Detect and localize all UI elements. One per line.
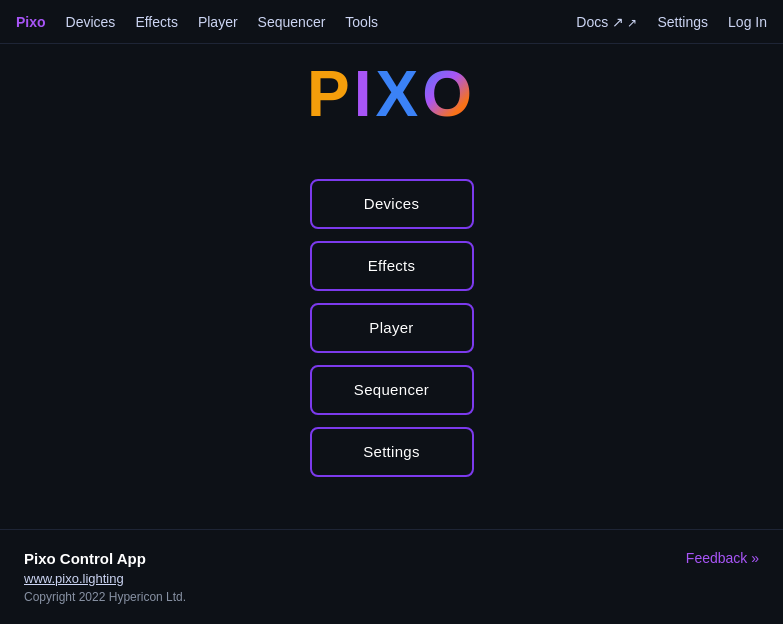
nav-item-player[interactable]: Player — [198, 14, 238, 30]
player-button[interactable]: Player — [310, 303, 474, 353]
main-buttons-container: Devices Effects Player Sequencer Setting… — [310, 179, 474, 477]
main-nav: Pixo Devices Effects Player Sequencer To… — [0, 0, 783, 44]
footer-url-link[interactable]: www.pixo.lighting — [24, 571, 186, 586]
nav-settings-link[interactable]: Settings — [657, 14, 708, 30]
footer-left: Pixo Control App www.pixo.lighting Copyr… — [24, 550, 186, 604]
nav-item-tools[interactable]: Tools — [345, 14, 378, 30]
effects-button[interactable]: Effects — [310, 241, 474, 291]
footer: Pixo Control App www.pixo.lighting Copyr… — [0, 529, 783, 624]
footer-app-name: Pixo Control App — [24, 550, 186, 567]
nav-item-effects[interactable]: Effects — [135, 14, 178, 30]
logo: PIXO — [307, 57, 476, 131]
nav-brand[interactable]: Pixo — [16, 14, 46, 30]
devices-button[interactable]: Devices — [310, 179, 474, 229]
nav-docs-link[interactable]: Docs ↗ — [576, 14, 637, 30]
logo-text: PIXO — [307, 58, 476, 130]
nav-login-link[interactable]: Log In — [728, 14, 767, 30]
logo-p: P — [307, 58, 354, 130]
sequencer-button[interactable]: Sequencer — [310, 365, 474, 415]
nav-left: Pixo Devices Effects Player Sequencer To… — [16, 14, 576, 30]
nav-right: Docs ↗ Settings Log In — [576, 14, 767, 30]
feedback-link[interactable]: Feedback » — [686, 550, 759, 566]
logo-o: O — [422, 58, 476, 130]
footer-copyright: Copyright 2022 Hypericon Ltd. — [24, 590, 186, 604]
main-content: PIXO Devices Effects Player Sequencer Se… — [0, 44, 783, 529]
nav-item-devices[interactable]: Devices — [66, 14, 116, 30]
logo-x: X — [376, 58, 423, 130]
nav-item-sequencer[interactable]: Sequencer — [258, 14, 326, 30]
settings-button[interactable]: Settings — [310, 427, 474, 477]
logo-i: I — [354, 58, 376, 130]
